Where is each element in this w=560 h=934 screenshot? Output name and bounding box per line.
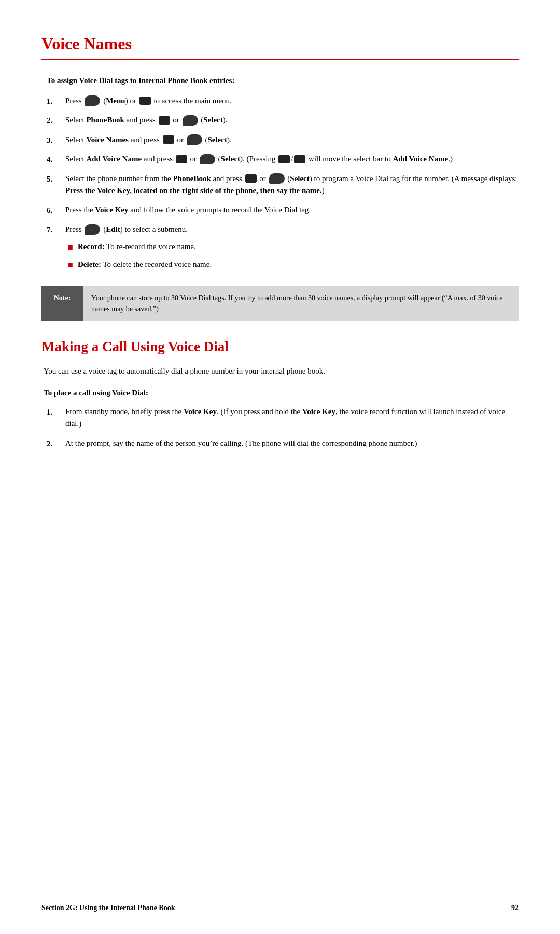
step-7: 7. Press (Edit) to select a submenu. ■ R… [47,224,519,276]
sub-item-record-text: Record: To re-record the voice name. [78,241,196,253]
step-6: 6. Press the Voice Key and follow the vo… [47,204,519,216]
section2-sub-label: To place a call using Voice Dial: [44,387,519,399]
btn-oval-2a [159,116,170,125]
step-7-num: 7. [47,224,65,236]
s2-step-1-num: 1. [47,406,65,418]
btn-up-4c [278,155,290,163]
section2-title: Making a Call Using Voice Dial [41,336,519,358]
step-2: 2. Select PhoneBook and press or (Select… [47,114,519,127]
menu-button-icon [85,95,100,106]
step-1-num: 1. [47,95,65,107]
bullet-delete: ■ [67,258,78,272]
step-3-num: 3. [47,134,65,146]
btn-oval-3a [163,135,174,144]
step-5-content: Select the phone number from the PhoneBo… [65,173,519,197]
btn-edit-7a [85,224,100,235]
step-6-num: 6. [47,204,65,216]
step-3: 3. Select Voice Names and press or (Sele… [47,134,519,146]
step-list-2: 1. From standby mode, briefly press the … [47,406,519,449]
btn-oval-4a [176,155,187,163]
sub-item-delete-text: Delete: To delete the recorded voice nam… [78,258,212,270]
footer: Section 2G: Using the Internal Phone Boo… [41,898,519,913]
step-2-num: 2. [47,114,65,127]
footer-left: Section 2G: Using the Internal Phone Boo… [41,902,175,913]
sub-item-record: ■ Record: To re-record the voice name. [67,241,519,254]
step-4: 4. Select Add Voice Name and press or (S… [47,153,519,166]
sub-list-7: ■ Record: To re-record the voice name. ■… [67,241,519,272]
step-1: 1. Press (Menu) or to access the main me… [47,95,519,107]
step-4-content: Select Add Voice Name and press or (Sele… [65,153,519,165]
footer-right: 92 [511,902,519,913]
note-box: Note: Your phone can store up to 30 Voic… [41,286,519,321]
page-title: Voice Names [41,31,519,56]
sub-item-delete: ■ Delete: To delete the recorded voice n… [67,258,519,272]
step-2-content: Select PhoneBook and press or (Select). [65,114,519,126]
section1-intro: To assign Voice Dial tags to Internal Ph… [47,75,519,87]
step-1-content: Press (Menu) or to access the main menu. [65,95,519,107]
step-5: 5. Select the phone number from the Phon… [47,173,519,197]
s2-step-2-num: 2. [47,437,65,450]
oval-button-icon [139,97,151,105]
s2-step-2: 2. At the prompt, say the name of the pe… [47,437,519,450]
note-content: Your phone can store up to 30 Voice Dial… [83,286,519,321]
btn-oval-5a [245,174,257,183]
step-3-content: Select Voice Names and press or (Select)… [65,134,519,146]
step-7-content: Press (Edit) to select a submenu. ■ Reco… [65,224,519,276]
note-label: Note: [41,286,83,321]
bullet-record: ■ [67,240,78,254]
s2-step-2-content: At the prompt, say the name of the perso… [65,437,519,449]
btn-select-2b [183,115,198,126]
step-4-num: 4. [47,153,65,166]
s2-step-1-content: From standby mode, briefly press the Voi… [65,406,519,430]
btn-select-3b [187,134,202,145]
btn-select-4b [200,154,215,164]
s2-step-1: 1. From standby mode, briefly press the … [47,406,519,430]
step-6-content: Press the Voice Key and follow the voice… [65,204,519,216]
btn-down-4d [294,155,305,163]
step-list-1: 1. Press (Menu) or to access the main me… [47,95,519,276]
section2-intro: You can use a voice tag to automatically… [44,365,519,377]
step-5-num: 5. [47,173,65,185]
title-divider [41,59,519,60]
btn-select-5b [269,173,285,184]
